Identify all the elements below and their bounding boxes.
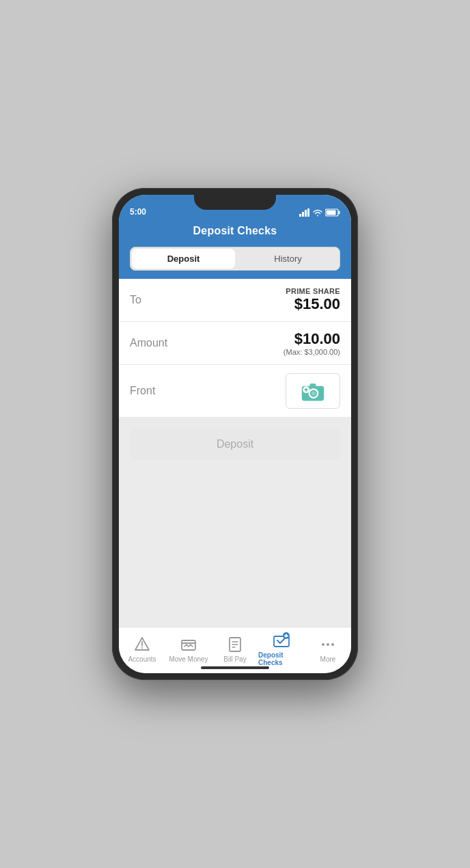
deposit-checks-icon: [273, 632, 290, 649]
page-header: Deposit Checks: [119, 219, 351, 247]
tab-history[interactable]: History: [236, 247, 340, 270]
notch: [194, 195, 276, 210]
battery-icon: [325, 208, 340, 217]
to-label: To: [130, 294, 141, 306]
svg-point-28: [327, 643, 329, 646]
amount-max: (Max: $3,000.00): [284, 348, 340, 356]
accounts-icon: [133, 636, 151, 653]
svg-rect-26: [284, 636, 288, 637]
phone-screen: 5:00: [119, 195, 351, 673]
to-row[interactable]: To PRIME SHARE $15.00: [119, 279, 351, 322]
amount-value-container: $10.00 (Max: $3,000.00): [284, 330, 340, 356]
signal-icon: [299, 208, 310, 217]
svg-rect-0: [299, 214, 301, 217]
svg-point-27: [322, 643, 324, 646]
bill-pay-icon: [226, 636, 244, 653]
gray-area: Deposit: [119, 418, 351, 627]
tab-deposit[interactable]: Deposit: [132, 249, 235, 269]
nav-item-more[interactable]: More: [305, 633, 351, 666]
nav-label-bill-pay: Bill Pay: [223, 655, 246, 663]
camera-button[interactable]: [286, 373, 340, 409]
nav-item-move-money[interactable]: Move Money: [165, 633, 212, 666]
nav-item-accounts[interactable]: Accounts: [119, 633, 165, 666]
amount-label: Amount: [130, 337, 167, 349]
status-time: 5:00: [130, 207, 146, 217]
move-money-icon: [180, 636, 197, 653]
nav-label-more: More: [320, 655, 336, 663]
camera-icon: [301, 379, 325, 403]
svg-rect-10: [310, 383, 316, 387]
svg-point-29: [331, 643, 334, 646]
front-label: Front: [130, 385, 155, 397]
status-icons: [299, 208, 340, 217]
amount-row[interactable]: Amount $10.00 (Max: $3,000.00): [119, 322, 351, 365]
amount-value: $10.00: [284, 330, 340, 348]
svg-rect-6: [327, 211, 336, 215]
svg-point-16: [141, 647, 143, 649]
svg-rect-1: [302, 212, 304, 217]
more-icon: [319, 636, 337, 653]
page-title: Deposit Checks: [193, 225, 277, 236]
nav-item-deposit-checks[interactable]: Deposit Checks: [258, 629, 305, 669]
svg-point-9: [312, 391, 316, 395]
svg-rect-17: [182, 640, 195, 650]
nav-label-accounts: Accounts: [128, 655, 156, 663]
deposit-button[interactable]: Deposit: [130, 429, 340, 460]
home-indicator: [201, 666, 269, 669]
svg-rect-13: [304, 389, 307, 390]
wifi-icon: [313, 209, 322, 217]
nav-item-bill-pay[interactable]: Bill Pay: [212, 633, 258, 666]
svg-rect-2: [305, 210, 307, 217]
account-name: PRIME SHARE: [286, 287, 340, 295]
nav-label-move-money: Move Money: [169, 655, 208, 663]
content-area: To PRIME SHARE $15.00 Amount $10.00 (Max…: [119, 279, 351, 627]
svg-rect-5: [339, 211, 340, 215]
tab-switcher: Deposit History: [119, 247, 351, 279]
nav-label-deposit-checks: Deposit Checks: [258, 651, 305, 666]
tab-switcher-inner: Deposit History: [130, 247, 340, 271]
account-balance: $15.00: [286, 295, 340, 313]
svg-rect-3: [307, 208, 309, 217]
phone-frame: 5:00: [112, 188, 358, 680]
front-row: Front: [119, 365, 351, 418]
to-value: PRIME SHARE $15.00: [286, 287, 340, 313]
form-section: To PRIME SHARE $15.00 Amount $10.00 (Max…: [119, 279, 351, 418]
